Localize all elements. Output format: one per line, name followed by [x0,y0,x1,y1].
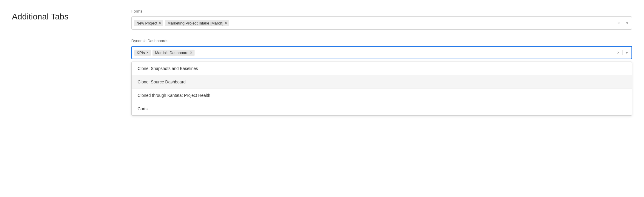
page-title: Additional Tabs [12,9,113,22]
tag-new-project-label: New Project [136,21,157,25]
dropdown-item-clone-source[interactable]: Clone: Source Dashboard [132,75,632,89]
dashboards-select-actions: × ▾ [616,50,629,56]
forms-actions-divider [623,21,623,25]
dashboards-search-input[interactable] [196,50,614,56]
dashboards-dropdown: Clone: Snapshots and Baselines Clone: So… [131,62,632,116]
tag-kpis: KPIs × [134,50,151,56]
dashboards-actions-divider [623,50,623,55]
dropdown-item-clone-snapshots[interactable]: Clone: Snapshots and Baselines [132,62,632,75]
tag-marketing-project: Marketing Project Intake [March] × [165,20,229,26]
tag-new-project: New Project × [134,20,163,26]
tag-martins-dashboard-close[interactable]: × [190,51,192,54]
tag-kpis-label: KPIs [137,51,145,55]
tag-new-project-close[interactable]: × [159,21,161,25]
dropdown-item-cloned-kantata[interactable]: Cloned through Kantata: Project Health [132,89,632,102]
forms-multiselect[interactable]: New Project × Marketing Project Intake [… [131,16,632,30]
forms-clear-icon[interactable]: × [616,20,621,26]
forms-section: Forms New Project × Marketing Project In… [131,9,632,30]
tag-kpis-close[interactable]: × [146,51,148,54]
tag-martins-dashboard-label: Martin's Dashboard [155,51,188,55]
dynamic-dashboards-label: Dynamic Dashboards [131,39,632,43]
page-layout: Additional Tabs Forms New Project × Mark… [12,9,632,116]
tag-marketing-project-close[interactable]: × [225,21,227,25]
dashboards-dropdown-wrapper: Clone: Snapshots and Baselines Clone: So… [131,61,632,116]
forms-select-actions: × ▾ [616,20,629,26]
right-panel: Forms New Project × Marketing Project In… [131,9,632,116]
forms-chevron-icon[interactable]: ▾ [625,20,629,26]
dynamic-dashboards-section: Dynamic Dashboards KPIs × Martin's Dashb… [131,39,632,116]
tag-martins-dashboard: Martin's Dashboard × [152,50,194,56]
dashboards-chevron-icon[interactable]: ▾ [625,50,629,56]
dashboards-clear-icon[interactable]: × [616,50,621,56]
dashboards-multiselect[interactable]: KPIs × Martin's Dashboard × × ▾ [131,46,632,59]
forms-label: Forms [131,9,632,13]
tag-marketing-project-label: Marketing Project Intake [March] [167,21,223,25]
dropdown-item-curts[interactable]: Curts [132,102,632,115]
